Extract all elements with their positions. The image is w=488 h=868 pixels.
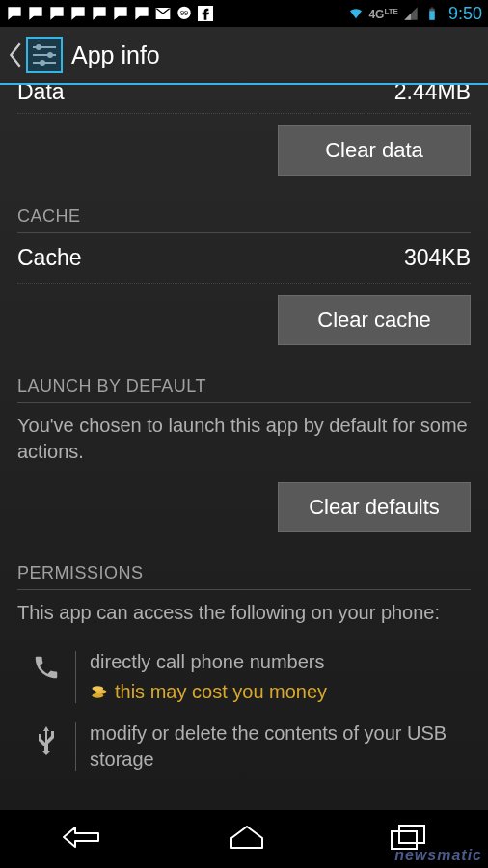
launch-description: You've chosen to launch this app by defa… bbox=[17, 403, 471, 471]
svg-point-6 bbox=[36, 44, 41, 50]
clock: 9:50 bbox=[448, 4, 482, 24]
chat-icon bbox=[48, 6, 66, 21]
signal-icon bbox=[402, 6, 420, 21]
clear-defaults-button[interactable]: Clear defaults bbox=[278, 482, 471, 532]
permission-item: directly call phone numbers this may cos… bbox=[17, 641, 471, 713]
chat-icon bbox=[112, 6, 129, 21]
permissions-header: PERMISSIONS bbox=[17, 550, 471, 590]
cache-row: Cache 304KB bbox=[17, 233, 471, 284]
content-scroll[interactable]: Data 2.44MB Clear data CACHE Cache 304KB… bbox=[0, 85, 488, 810]
cache-label: Cache bbox=[17, 245, 81, 271]
nav-back-button[interactable] bbox=[62, 824, 104, 854]
navigation-bar bbox=[0, 810, 488, 868]
status-notifications: 99 bbox=[6, 6, 214, 21]
data-label: Data bbox=[17, 85, 65, 105]
chat-icon bbox=[69, 6, 87, 21]
svg-rect-15 bbox=[399, 826, 424, 843]
wifi-icon bbox=[347, 6, 365, 21]
gmail-icon bbox=[154, 6, 172, 21]
permission-text: directly call phone numbers bbox=[90, 649, 471, 675]
settings-icon bbox=[25, 36, 64, 74]
svg-point-8 bbox=[47, 52, 53, 58]
permission-item: modify or delete the contents of your US… bbox=[17, 713, 471, 780]
action-bar[interactable]: App info bbox=[0, 27, 488, 85]
clear-cache-button[interactable]: Clear cache bbox=[278, 295, 471, 345]
permission-text: modify or delete the contents of your US… bbox=[90, 720, 471, 773]
clear-data-button[interactable]: Clear data bbox=[278, 125, 471, 176]
permissions-list: directly call phone numbers this may cos… bbox=[17, 632, 471, 780]
back-chevron-icon bbox=[8, 41, 23, 68]
battery-icon bbox=[423, 6, 441, 21]
chat-icon bbox=[27, 6, 44, 21]
data-row: Data 2.44MB bbox=[17, 85, 471, 114]
page-title: App info bbox=[71, 41, 160, 69]
permission-warning: this may cost you money bbox=[90, 679, 471, 705]
svg-rect-14 bbox=[392, 831, 417, 849]
nav-recent-button[interactable] bbox=[390, 824, 426, 854]
svg-point-10 bbox=[40, 60, 45, 66]
chat-icon bbox=[6, 6, 23, 21]
hangouts-icon: 99 bbox=[176, 6, 193, 21]
launch-header: LAUNCH BY DEFAULT bbox=[17, 363, 471, 403]
network-badge: 4GLTE bbox=[368, 8, 398, 20]
status-system: 4GLTE 9:50 bbox=[347, 4, 482, 24]
cache-header: CACHE bbox=[17, 193, 471, 233]
permissions-description: This app can access the following on you… bbox=[17, 590, 471, 632]
facebook-icon bbox=[197, 6, 214, 21]
usb-icon bbox=[35, 724, 58, 757]
chat-icon bbox=[91, 6, 108, 21]
svg-text:99: 99 bbox=[180, 9, 188, 17]
cache-value: 304KB bbox=[404, 245, 471, 271]
status-bar: 99 4GLTE 9:50 bbox=[0, 0, 488, 27]
svg-point-13 bbox=[93, 686, 104, 691]
coins-icon bbox=[90, 683, 109, 702]
chat-icon bbox=[133, 6, 150, 21]
data-value: 2.44MB bbox=[394, 85, 471, 105]
nav-home-button[interactable] bbox=[228, 825, 266, 854]
phone-icon bbox=[32, 653, 61, 682]
